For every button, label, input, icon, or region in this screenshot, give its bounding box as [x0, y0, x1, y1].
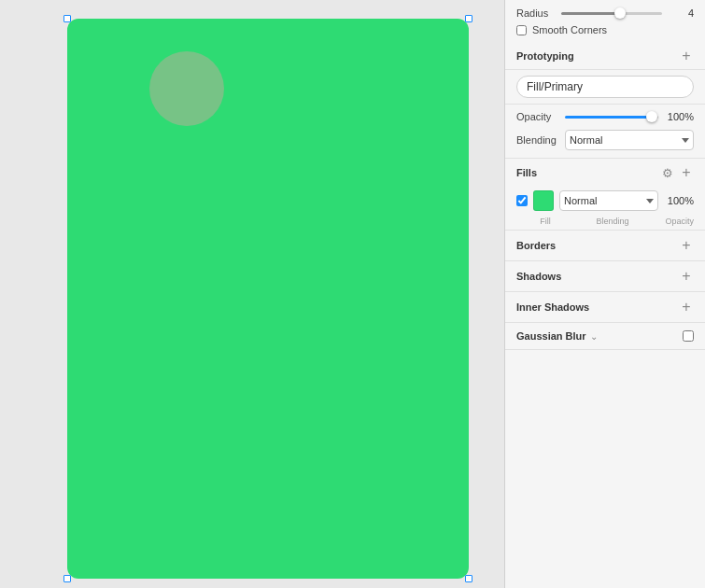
prototyping-section: Prototyping +: [505, 43, 705, 70]
fill-opacity: 100%: [664, 195, 694, 206]
opacity-value: 100%: [664, 111, 694, 122]
fill-name-container: [505, 70, 705, 105]
prototyping-title: Prototyping: [516, 50, 574, 62]
radius-label: Radius: [516, 7, 556, 19]
blending-row: Blending Normal Multiply Screen Overlay: [505, 126, 705, 159]
opacity-slider-thumb[interactable]: [646, 111, 657, 122]
inner-shadows-title: Inner Shadows: [516, 301, 589, 313]
fills-title: Fills: [516, 167, 537, 178]
inner-shadows-section: Inner Shadows +: [505, 292, 705, 323]
radius-slider-thumb[interactable]: [614, 7, 626, 19]
shadows-title: Shadows: [516, 271, 561, 282]
gaussian-blur-section: Gaussian Blur ⌄: [505, 323, 705, 350]
fill-blending-select[interactable]: Normal Multiply: [559, 190, 658, 211]
shadows-section: Shadows +: [505, 261, 705, 292]
borders-add-button[interactable]: +: [679, 238, 694, 253]
gaussian-blur-checkbox[interactable]: [683, 330, 694, 342]
radius-value: 4: [668, 7, 694, 19]
fill-label-fill: Fill: [535, 217, 556, 226]
blending-select[interactable]: Normal Multiply Screen Overlay: [565, 130, 694, 150]
fill-color-swatch[interactable]: [533, 190, 554, 211]
fills-gear-icon[interactable]: ⚙: [662, 166, 675, 179]
right-panel: Radius 4 Smooth Corners Prototyping + Op…: [504, 0, 705, 588]
handle-top-right[interactable]: [465, 15, 472, 22]
handle-bottom-left[interactable]: [63, 575, 71, 582]
borders-title: Borders: [516, 240, 556, 251]
fill-item: Normal Multiply 100%: [505, 187, 705, 217]
fill-labels: Fill Blending Opacity: [505, 217, 705, 230]
fill-label-blending: Blending: [567, 217, 658, 226]
canvas-area: [0, 0, 504, 588]
smooth-corners-label: Smooth Corners: [532, 24, 607, 35]
fills-section: Fills ⚙ + Normal Multiply 100% Fill Blen…: [505, 159, 705, 231]
prototyping-add-button[interactable]: +: [679, 49, 694, 63]
chevron-icon[interactable]: ⌄: [590, 331, 598, 342]
smooth-corners-row: Smooth Corners: [505, 22, 705, 43]
handle-bottom-right[interactable]: [465, 575, 472, 582]
handle-top-left[interactable]: [63, 15, 71, 22]
radius-slider[interactable]: [561, 12, 662, 15]
gaussian-blur-title: Gaussian Blur: [516, 330, 586, 342]
canvas-shape[interactable]: [67, 19, 469, 579]
opacity-label: Opacity: [516, 111, 559, 122]
opacity-row: Opacity 100%: [505, 105, 705, 126]
smooth-corners-checkbox[interactable]: [516, 25, 527, 35]
inner-shadows-add-button[interactable]: +: [679, 300, 694, 315]
fills-header: Fills ⚙ +: [505, 159, 705, 187]
shadows-add-button[interactable]: +: [679, 269, 694, 284]
borders-section: Borders +: [505, 231, 705, 261]
fill-checkbox[interactable]: [516, 195, 528, 206]
blending-label: Blending: [516, 134, 559, 146]
radius-row: Radius 4: [505, 0, 705, 22]
opacity-slider[interactable]: [565, 116, 658, 119]
fills-add-button[interactable]: +: [679, 165, 694, 180]
fills-actions: ⚙ +: [662, 165, 694, 180]
fill-name-input[interactable]: [516, 76, 694, 98]
gaussian-blur-left: Gaussian Blur ⌄: [516, 330, 598, 342]
fill-label-opacity: Opacity: [664, 217, 694, 226]
